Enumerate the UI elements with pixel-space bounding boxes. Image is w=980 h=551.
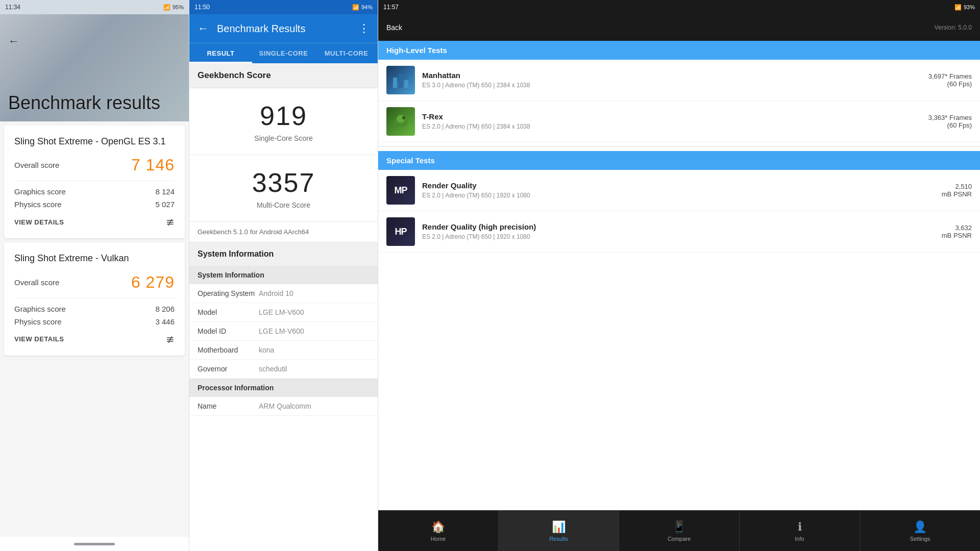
card2-graphics-row: Graphics score 8 206 [14, 305, 175, 313]
panel3-status-bar: 11:57 📶 93% [378, 0, 980, 14]
panel3-signal-icon: 📶 [954, 4, 962, 11]
panel2-signal-icon: 📶 [352, 4, 359, 11]
panel3-version: Version: 5.0.0 [935, 24, 972, 31]
panel3-status-icons: 📶 93% [954, 4, 975, 11]
benchmark-card-vulkan: Sling Shot Extreme - Vulkan Overall scor… [4, 242, 185, 355]
manhattan-score-value: 3,697* Frames [928, 72, 972, 80]
sys-key-motherboard: Motherboard [198, 346, 259, 354]
card2-overall-row: Overall score 6 279 [14, 273, 175, 292]
sys-key-name: Name [198, 402, 259, 410]
panel2-battery-text: 94% [361, 4, 373, 10]
geekbench-score-header: Geekbench Score [189, 63, 378, 88]
card2-overall-label: Overall score [14, 278, 59, 287]
mp-label: MP [395, 185, 407, 196]
nav-compare-label: Compare [668, 536, 691, 542]
info-icon: ℹ [798, 520, 802, 534]
tests-divider [378, 146, 980, 147]
sys-key-model: Model [198, 308, 259, 316]
panel1-content: Sling Shot Extreme - OpenGL ES 3.1 Overa… [0, 121, 189, 537]
svg-rect-2 [399, 74, 403, 88]
card2-share-icon[interactable]: ≢ [166, 333, 175, 345]
svg-rect-3 [404, 80, 408, 88]
card2-actions-row: VIEW DETAILS ≢ [14, 333, 175, 345]
panel3-back-button[interactable]: Back [386, 23, 402, 32]
test-row-render-quality-hp: HP Render Quality (high precision) ES 2.… [378, 211, 980, 253]
nav-compare[interactable]: 📱 Compare [619, 511, 740, 551]
system-info-header: System Information [189, 242, 378, 266]
system-info-subheader: System Information [189, 266, 378, 284]
render-quality-score-value: 2,510 [942, 183, 972, 190]
trex-score: 3,363* Frames (60 Fps) [928, 114, 972, 129]
panel2-toolbar-left: ← Benchmark Results [198, 22, 305, 35]
card1-view-details-btn[interactable]: VIEW DETAILS [14, 218, 64, 226]
results-icon: 📊 [552, 520, 566, 534]
sys-row-name: Name ARM Qualcomm [189, 397, 378, 416]
multi-core-label: Multi-Core Score [198, 201, 370, 209]
manhattan-thumb [386, 66, 415, 94]
sys-key-modelid: Model ID [198, 327, 259, 335]
panel2-status-icons: 📶 94% [352, 4, 373, 11]
panel1-battery-text: 95% [173, 4, 184, 10]
sys-row-governor: Governor schedutil [189, 360, 378, 379]
single-core-score-block: 919 Single-Core Score [189, 88, 378, 155]
card1-overall-row: Overall score 7 146 [14, 156, 175, 174]
panel2-time: 11:50 [194, 4, 210, 11]
tab-result[interactable]: RESULT [189, 43, 252, 63]
processor-info-header: Processor Information [189, 379, 378, 397]
tab-multi-core[interactable]: MULTI-CORE [315, 43, 378, 63]
card2-view-details-btn[interactable]: VIEW DETAILS [14, 335, 64, 343]
panel1-time: 11:34 [5, 4, 20, 11]
render-quality-hp-detail: ES 2.0 | Adreno (TM) 650 | 980 x 551 [422, 233, 938, 241]
geekbench-info: Geekbench 5.1.0 for Android AArch64 [189, 222, 378, 242]
panel2-geekbench: 11:50 📶 94% ← Benchmark Results ⋮ RESULT… [189, 0, 378, 551]
nav-results[interactable]: 📊 Results [499, 511, 619, 551]
render-quality-detail: ES 2.0 | Adreno (TM) 650 | 980 x 551 [422, 191, 938, 200]
card2-physics-value: 3 446 [155, 317, 175, 326]
manhattan-detail: ES 3.0 | Adreno (TM) 650 | 2384 x 1038 [422, 81, 924, 90]
panel3-time: 11:57 [383, 4, 399, 11]
test-row-trex: T-Rex ES 2.0 | Adreno (TM) 650 | 2384 x … [378, 101, 980, 142]
render-quality-hp-info: Render Quality (high precision) ES 2.0 |… [422, 222, 938, 241]
panel2-more-icon[interactable]: ⋮ [358, 22, 370, 35]
render-quality-hp-score-value: 3,632 [942, 224, 972, 232]
sys-row-os: Operating System Android 10 [189, 284, 378, 303]
sys-val-modelid: LGE LM-V600 [259, 327, 370, 335]
nav-results-label: Results [549, 536, 568, 542]
panel1-status-bar: 11:34 📶 95% [0, 0, 189, 14]
panel1-title: Benchmark results [8, 92, 160, 113]
test-row-manhattan: Manhattan ES 3.0 | Adreno (TM) 650 | 238… [378, 60, 980, 101]
panel3-gfxbench: 11:57 📶 93% Back Version: 5.0.0 High-Lev… [378, 0, 980, 551]
single-core-label: Single-Core Score [198, 134, 370, 142]
card1-graphics-label: Graphics score [14, 187, 66, 196]
panel3-bottom-nav: 🏠 Home 📊 Results 📱 Compare ℹ Info 👤 Sett… [378, 510, 980, 551]
card1-share-icon[interactable]: ≢ [166, 216, 175, 228]
tab-single-core[interactable]: SINGLE-CORE [252, 43, 315, 63]
card2-physics-label: Physics score [14, 317, 62, 326]
sys-key-os: Operating System [198, 289, 259, 297]
trex-info: T-Rex ES 2.0 | Adreno (TM) 650 | 2384 x … [422, 112, 924, 131]
panel3-content: High-Level Tests Manhattan ES 3.0 | Adre… [378, 41, 980, 510]
panel3-toolbar: Back Version: 5.0.0 [378, 14, 980, 41]
nav-home[interactable]: 🏠 Home [378, 511, 499, 551]
nav-info[interactable]: ℹ Info [740, 511, 860, 551]
card1-title: Sling Shot Extreme - OpenGL ES 3.1 [14, 136, 175, 147]
nav-settings[interactable]: 👤 Settings [860, 511, 980, 551]
panel2-back-icon[interactable]: ← [198, 22, 209, 35]
manhattan-score-fps: (60 Fps) [928, 80, 972, 88]
hp-label: HP [395, 227, 406, 237]
render-quality-info: Render Quality ES 2.0 | Adreno (TM) 650 … [422, 181, 938, 200]
sys-val-motherboard: kona [259, 346, 370, 354]
card2-physics-row: Physics score 3 446 [14, 317, 175, 326]
trex-name: T-Rex [422, 112, 924, 121]
card2-divider1 [14, 298, 175, 298]
render-quality-hp-score-unit: mB PSNR [942, 232, 972, 239]
trex-score-value: 3,363* Frames [928, 114, 972, 121]
render-quality-hp-name: Render Quality (high precision) [422, 222, 938, 231]
panel2-status-bar: 11:50 📶 94% [189, 0, 378, 14]
card1-actions-row: VIEW DETAILS ≢ [14, 216, 175, 228]
trex-thumb [386, 107, 415, 136]
sys-val-os: Android 10 [259, 289, 370, 297]
card2-graphics-value: 8 206 [155, 305, 175, 313]
panel1-back-icon[interactable]: ← [8, 35, 19, 48]
panel2-toolbar-title: Benchmark Results [217, 23, 305, 35]
